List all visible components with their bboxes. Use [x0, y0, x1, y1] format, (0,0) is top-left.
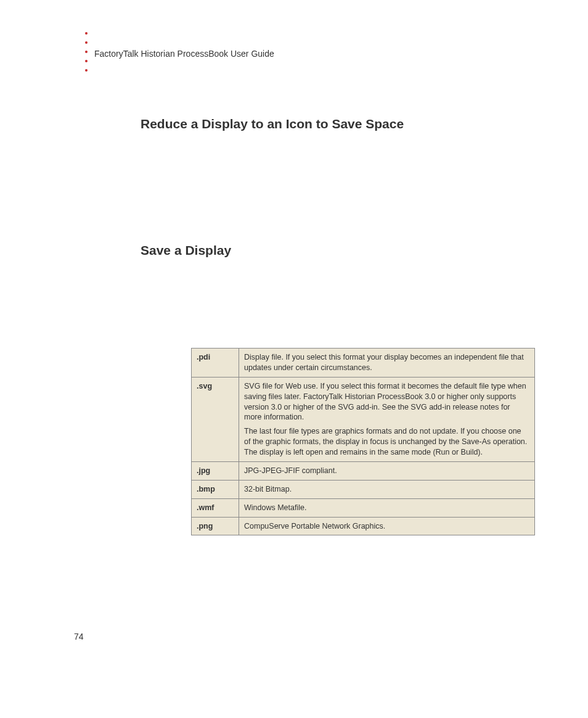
file-ext: .pdi	[192, 349, 239, 378]
file-desc: 32-bit Bitmap.	[239, 480, 535, 498]
page-number: 74	[74, 632, 84, 642]
decorative-dots	[85, 32, 88, 72]
table-row: .svg SVG file for Web use. If you select…	[192, 377, 535, 461]
section-heading-save-display: Save a Display	[141, 243, 231, 258]
file-desc: SVG file for Web use. If you select this…	[239, 377, 535, 461]
file-desc: CompuServe Portable Network Graphics.	[239, 517, 535, 535]
table-row: .wmf Windows Metafile.	[192, 498, 535, 517]
file-desc: Windows Metafile.	[239, 498, 535, 517]
table-row: .png CompuServe Portable Network Graphic…	[192, 517, 535, 535]
section-heading-reduce-display: Reduce a Display to an Icon to Save Spac…	[141, 117, 404, 131]
file-desc: JPG-JPEG-JFIF compliant.	[239, 461, 535, 480]
file-ext: .jpg	[192, 461, 239, 480]
file-ext: .png	[192, 517, 239, 535]
table-row: .pdi Display file. If you select this fo…	[192, 349, 535, 378]
document-header-title: FactoryTalk Historian ProcessBook User G…	[94, 49, 274, 59]
file-desc: Display file. If you select this format …	[239, 349, 535, 378]
file-ext: .wmf	[192, 498, 239, 517]
table-row: .jpg JPG-JPEG-JFIF compliant.	[192, 461, 535, 480]
file-ext: .bmp	[192, 480, 239, 498]
table-row: .bmp 32-bit Bitmap.	[192, 480, 535, 498]
file-format-table: .pdi Display file. If you select this fo…	[191, 348, 535, 535]
file-ext: .svg	[192, 377, 239, 461]
